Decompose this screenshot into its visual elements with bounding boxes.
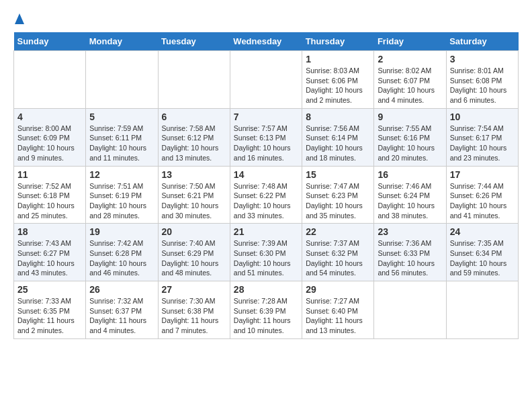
calendar-week-row: 18Sunrise: 7:43 AM Sunset: 6:27 PM Dayli… [14, 224, 519, 281]
day-info: Sunrise: 7:47 AM Sunset: 6:23 PM Dayligh… [306, 181, 370, 221]
calendar-header-row: SundayMondayTuesdayWednesdayThursdayFrid… [14, 32, 519, 51]
calendar-cell: 16Sunrise: 7:46 AM Sunset: 6:24 PM Dayli… [374, 166, 446, 224]
weekday-header-thursday: Thursday [302, 32, 374, 51]
day-number: 13 [162, 169, 226, 180]
day-info: Sunrise: 7:58 AM Sunset: 6:12 PM Dayligh… [162, 124, 226, 163]
calendar-cell [158, 51, 230, 109]
calendar-cell: 4Sunrise: 8:00 AM Sunset: 6:09 PM Daylig… [14, 108, 86, 166]
day-info: Sunrise: 7:52 AM Sunset: 6:18 PM Dayligh… [17, 181, 82, 221]
day-number: 20 [162, 226, 226, 237]
logo-triangle-icon [15, 13, 24, 27]
weekday-header-friday: Friday [374, 32, 446, 51]
day-number: 1 [306, 54, 370, 64]
day-number: 4 [17, 111, 82, 122]
day-info: Sunrise: 7:33 AM Sunset: 6:35 PM Dayligh… [17, 296, 82, 336]
calendar-cell: 26Sunrise: 7:32 AM Sunset: 6:37 PM Dayli… [86, 281, 158, 339]
calendar-week-row: 11Sunrise: 7:52 AM Sunset: 6:18 PM Dayli… [14, 166, 519, 224]
day-info: Sunrise: 7:40 AM Sunset: 6:29 PM Dayligh… [162, 238, 226, 278]
day-info: Sunrise: 8:03 AM Sunset: 6:06 PM Dayligh… [306, 66, 370, 105]
calendar-cell [230, 51, 302, 109]
calendar-cell: 3Sunrise: 8:01 AM Sunset: 6:08 PM Daylig… [446, 51, 518, 109]
day-number: 26 [89, 284, 154, 295]
day-number: 14 [234, 169, 298, 180]
day-number: 9 [378, 111, 442, 122]
day-number: 7 [234, 111, 298, 122]
calendar-cell: 1Sunrise: 8:03 AM Sunset: 6:06 PM Daylig… [302, 51, 374, 109]
page-header [13, 13, 519, 26]
calendar-cell: 13Sunrise: 7:50 AM Sunset: 6:21 PM Dayli… [158, 166, 230, 224]
calendar-cell: 12Sunrise: 7:51 AM Sunset: 6:19 PM Dayli… [86, 166, 158, 224]
calendar-cell [86, 51, 158, 109]
calendar-cell: 15Sunrise: 7:47 AM Sunset: 6:23 PM Dayli… [302, 166, 374, 224]
calendar-cell: 27Sunrise: 7:30 AM Sunset: 6:38 PM Dayli… [158, 281, 230, 339]
calendar-cell: 22Sunrise: 7:37 AM Sunset: 6:32 PM Dayli… [302, 224, 374, 281]
calendar-cell: 21Sunrise: 7:39 AM Sunset: 6:30 PM Dayli… [230, 224, 302, 281]
day-number: 5 [89, 111, 154, 122]
calendar-cell: 24Sunrise: 7:35 AM Sunset: 6:34 PM Dayli… [446, 224, 518, 281]
calendar-cell: 5Sunrise: 7:59 AM Sunset: 6:11 PM Daylig… [86, 108, 158, 166]
day-number: 3 [450, 54, 515, 64]
day-number: 22 [306, 226, 370, 237]
day-info: Sunrise: 7:48 AM Sunset: 6:22 PM Dayligh… [234, 181, 298, 221]
day-info: Sunrise: 7:50 AM Sunset: 6:21 PM Dayligh… [162, 181, 226, 221]
day-number: 28 [234, 284, 298, 295]
day-number: 29 [306, 284, 370, 295]
day-info: Sunrise: 7:37 AM Sunset: 6:32 PM Dayligh… [306, 238, 370, 278]
day-number: 18 [17, 226, 82, 237]
day-info: Sunrise: 8:02 AM Sunset: 6:07 PM Dayligh… [378, 66, 442, 105]
calendar-cell: 17Sunrise: 7:44 AM Sunset: 6:26 PM Dayli… [446, 166, 518, 224]
day-info: Sunrise: 7:57 AM Sunset: 6:13 PM Dayligh… [234, 124, 298, 163]
calendar-cell [14, 51, 86, 109]
day-info: Sunrise: 7:39 AM Sunset: 6:30 PM Dayligh… [234, 238, 298, 278]
day-info: Sunrise: 7:42 AM Sunset: 6:28 PM Dayligh… [89, 238, 154, 278]
day-info: Sunrise: 7:36 AM Sunset: 6:33 PM Dayligh… [378, 238, 442, 278]
calendar-cell: 7Sunrise: 7:57 AM Sunset: 6:13 PM Daylig… [230, 108, 302, 166]
weekday-header-sunday: Sunday [14, 32, 86, 51]
calendar-cell [446, 281, 518, 339]
calendar-cell: 20Sunrise: 7:40 AM Sunset: 6:29 PM Dayli… [158, 224, 230, 281]
calendar-cell: 19Sunrise: 7:42 AM Sunset: 6:28 PM Dayli… [86, 224, 158, 281]
day-number: 12 [89, 169, 154, 180]
day-number: 27 [162, 284, 226, 295]
calendar-cell: 6Sunrise: 7:58 AM Sunset: 6:12 PM Daylig… [158, 108, 230, 166]
day-info: Sunrise: 7:55 AM Sunset: 6:16 PM Dayligh… [378, 124, 442, 163]
logo [13, 13, 24, 26]
day-number: 10 [450, 111, 515, 122]
day-number: 8 [306, 111, 370, 122]
day-info: Sunrise: 7:54 AM Sunset: 6:17 PM Dayligh… [450, 124, 515, 163]
calendar-cell: 11Sunrise: 7:52 AM Sunset: 6:18 PM Dayli… [14, 166, 86, 224]
day-number: 11 [17, 169, 82, 180]
day-info: Sunrise: 7:28 AM Sunset: 6:39 PM Dayligh… [234, 296, 298, 336]
day-info: Sunrise: 7:46 AM Sunset: 6:24 PM Dayligh… [378, 181, 442, 221]
day-info: Sunrise: 7:44 AM Sunset: 6:26 PM Dayligh… [450, 181, 515, 221]
day-info: Sunrise: 7:27 AM Sunset: 6:40 PM Dayligh… [306, 296, 370, 336]
calendar-week-row: 25Sunrise: 7:33 AM Sunset: 6:35 PM Dayli… [14, 281, 519, 339]
calendar-cell: 14Sunrise: 7:48 AM Sunset: 6:22 PM Dayli… [230, 166, 302, 224]
day-info: Sunrise: 7:43 AM Sunset: 6:27 PM Dayligh… [17, 238, 82, 278]
calendar-cell: 28Sunrise: 7:28 AM Sunset: 6:39 PM Dayli… [230, 281, 302, 339]
weekday-header-monday: Monday [86, 32, 158, 51]
day-info: Sunrise: 7:51 AM Sunset: 6:19 PM Dayligh… [89, 181, 154, 221]
calendar-cell: 29Sunrise: 7:27 AM Sunset: 6:40 PM Dayli… [302, 281, 374, 339]
calendar-week-row: 1Sunrise: 8:03 AM Sunset: 6:06 PM Daylig… [14, 51, 519, 109]
calendar-cell: 10Sunrise: 7:54 AM Sunset: 6:17 PM Dayli… [446, 108, 518, 166]
calendar-cell [374, 281, 446, 339]
day-info: Sunrise: 8:00 AM Sunset: 6:09 PM Dayligh… [17, 124, 82, 163]
day-number: 2 [378, 54, 442, 64]
weekday-header-saturday: Saturday [446, 32, 518, 51]
day-number: 6 [162, 111, 226, 122]
day-number: 19 [89, 226, 154, 237]
calendar-cell: 8Sunrise: 7:56 AM Sunset: 6:14 PM Daylig… [302, 108, 374, 166]
day-info: Sunrise: 7:30 AM Sunset: 6:38 PM Dayligh… [162, 296, 226, 336]
calendar-cell: 25Sunrise: 7:33 AM Sunset: 6:35 PM Dayli… [14, 281, 86, 339]
weekday-header-wednesday: Wednesday [230, 32, 302, 51]
weekday-header-tuesday: Tuesday [158, 32, 230, 51]
day-number: 21 [234, 226, 298, 237]
day-number: 23 [378, 226, 442, 237]
day-number: 16 [378, 169, 442, 180]
day-info: Sunrise: 7:59 AM Sunset: 6:11 PM Dayligh… [89, 124, 154, 163]
calendar-table: SundayMondayTuesdayWednesdayThursdayFrid… [13, 32, 519, 339]
svg-marker-0 [15, 13, 24, 24]
day-number: 25 [17, 284, 82, 295]
calendar-week-row: 4Sunrise: 8:00 AM Sunset: 6:09 PM Daylig… [14, 108, 519, 166]
